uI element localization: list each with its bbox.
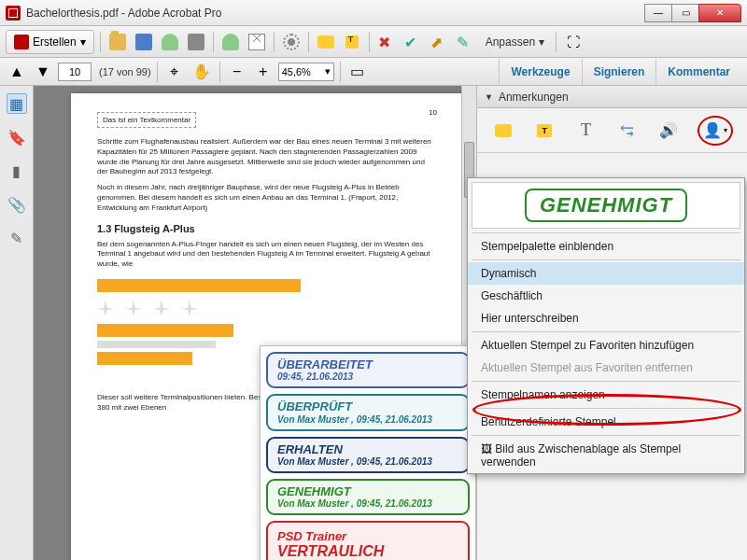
open-button[interactable]	[106, 31, 129, 53]
mail-button[interactable]	[246, 31, 268, 53]
cloud-button[interactable]	[159, 31, 181, 53]
menu-dynamic[interactable]: Dynamisch	[468, 262, 744, 285]
zoom-in-button[interactable]: +	[252, 61, 275, 83]
stamp-sub: Von Max Muster , 09:45, 21.06.2013	[277, 498, 458, 509]
tool-button-1[interactable]: ✖	[375, 31, 398, 53]
stamp-sub: Von Max Muster , 09:45, 21.06.2013	[277, 456, 458, 467]
text-icon: T	[581, 120, 591, 140]
folder-icon	[109, 34, 126, 50]
heading: 1.3 Flugsteig A-Plus	[97, 223, 437, 234]
stamp-vertraulich[interactable]: PSD Trainer VERTRAULICH	[266, 521, 470, 560]
hand-tool-button[interactable]: ✋	[190, 61, 214, 83]
audio-tool[interactable]: 🔊	[656, 119, 681, 143]
app-icon	[6, 6, 21, 21]
stamp-sub: Von Max Muster , 09:45, 21.06.2013	[277, 414, 458, 425]
zoom-select[interactable]: 45,6% ▾	[278, 63, 334, 81]
menu-sign-here[interactable]: Hier unterschreiben	[468, 307, 744, 329]
menu-clipboard-stamp[interactable]: 🖼 Bild aus Zwischenablage als Stempel ve…	[468, 438, 744, 473]
page-fit-icon: ▭	[350, 63, 364, 80]
page-count-label: (17 von 99)	[99, 66, 151, 77]
annotations-header[interactable]: ▼ Anmerkungen	[477, 86, 747, 108]
sign-panel-button[interactable]: Signieren	[582, 59, 656, 85]
comment-panel-button[interactable]: Kommentar	[655, 59, 741, 85]
dropdown-caret-icon: ▾	[80, 35, 86, 49]
menu-custom-stamps[interactable]: Benutzerdefinierte Stempel	[468, 411, 744, 433]
signatures-tab[interactable]: ✎	[7, 228, 27, 248]
save-button[interactable]	[133, 31, 155, 53]
page-number: 10	[429, 108, 437, 117]
dropdown-caret-icon: ▾	[325, 65, 331, 77]
text-comment[interactable]: Das ist ein Textkommentar	[97, 112, 196, 128]
stamp-title: ÜBERARBEITET	[277, 357, 373, 371]
cloud-icon	[162, 34, 178, 50]
maximize-button[interactable]: ▭	[671, 4, 699, 22]
stamp-dropdown-menu: GENEHMIGT Stempelpalette einblenden Dyna…	[467, 177, 745, 474]
document-viewport[interactable]: 10 Das ist ein Textkommentar Schritte zu…	[34, 86, 476, 560]
menu-add-favorite[interactable]: Aktuellen Stempel zu Favoriten hinzufüge…	[468, 334, 744, 357]
stamp-uberarbeitet[interactable]: ÜBERARBEITET 09:45, 21.06.2013	[266, 352, 470, 388]
share-button[interactable]	[219, 31, 242, 53]
text-tool[interactable]: T	[573, 119, 598, 143]
fit-button[interactable]: ▭	[346, 61, 369, 83]
cloud-up-icon	[222, 34, 239, 50]
prev-page-button[interactable]: ▲	[6, 61, 28, 83]
stamp-tool[interactable]: 👤▾	[698, 116, 733, 146]
attachments-tab[interactable]: 📎	[7, 194, 27, 215]
sticky-note-tool[interactable]	[491, 119, 515, 143]
minimize-button[interactable]: —	[644, 4, 672, 22]
fullscreen-button[interactable]: ⛶	[562, 31, 585, 53]
thumbnails-tab[interactable]: ▦	[7, 93, 27, 114]
stamp-sub: 09:45, 21.06.2013	[277, 371, 458, 382]
comment-icon	[317, 35, 334, 49]
paperclip-icon: ⥃	[620, 120, 634, 141]
body-text: Schritte zum Flughafenausbau realisiert.…	[97, 137, 437, 177]
hand-icon: ✋	[192, 63, 211, 80]
menu-show-names[interactable]: Stempelnamen anzeigen	[468, 384, 744, 406]
customize-menu[interactable]: Anpassen ▾	[480, 35, 550, 49]
stamp-line1: PSD Trainer	[277, 529, 346, 543]
zoom-out-button[interactable]: −	[226, 61, 248, 83]
pdf-icon	[14, 35, 29, 49]
highlight-button[interactable]: T	[341, 31, 363, 53]
page-number-input[interactable]	[58, 63, 92, 81]
arrow-down-icon: ▼	[35, 63, 50, 80]
plus-icon: +	[259, 63, 267, 80]
tool-button-4[interactable]: ✎	[454, 31, 476, 53]
ribbon-tab[interactable]: ▮	[7, 161, 27, 181]
menu-business[interactable]: Geschäftlich	[468, 285, 744, 307]
settings-button[interactable]	[280, 31, 303, 53]
stamp-uberpruft[interactable]: ÜBERPRÜFT Von Max Muster , 09:45, 21.06.…	[266, 394, 470, 430]
stamp-line2: VERTRAULICH	[277, 543, 384, 559]
next-page-button[interactable]: ▼	[32, 61, 54, 83]
create-button[interactable]: Erstellen ▾	[6, 30, 94, 54]
dropdown-caret-icon: ▾	[724, 126, 727, 134]
edit-icon: ✎	[457, 34, 473, 50]
tool-button-2[interactable]: ✔	[402, 31, 424, 53]
main-toolbar: Erstellen ▾ T ✖ ✔ ⬈ ✎ Anpassen ▾ ⛶	[0, 26, 747, 58]
print-button[interactable]	[185, 31, 207, 53]
gear-icon	[283, 34, 300, 50]
select-tool-button[interactable]: ⌖	[163, 61, 186, 83]
tools-panel-button[interactable]: Werkzeuge	[499, 59, 581, 85]
stamp-title: GENEHMIGT	[277, 484, 351, 498]
stamp-genehmigt[interactable]: GENEHMIGT Von Max Muster , 09:45, 21.06.…	[266, 479, 470, 515]
annotations-label: Anmerkungen	[499, 91, 569, 104]
highlight-tool[interactable]: T	[532, 119, 557, 143]
menu-show-palette[interactable]: Stempelpalette einblenden	[468, 235, 744, 258]
annotations-toolbar: T T ⥃ 🔊 👤▾	[477, 108, 747, 153]
save-icon	[135, 34, 152, 50]
tool-button-3[interactable]: ⬈	[428, 31, 450, 53]
zoom-value: 45,6%	[282, 66, 311, 77]
bookmarks-tab[interactable]: 🔖	[7, 127, 27, 147]
expand-icon: ⛶	[567, 35, 580, 49]
stamp-preview-label: GENEHMIGT	[525, 189, 687, 222]
create-label: Erstellen	[33, 35, 77, 49]
attach-tool[interactable]: ⥃	[615, 119, 640, 143]
stamp-icon: 👤	[703, 121, 722, 139]
sticky-note-button[interactable]	[315, 31, 337, 53]
close-button[interactable]: ✕	[698, 4, 741, 22]
highlight-icon: T	[345, 35, 359, 49]
left-rail: ▦ 🔖 ▮ 📎 ✎	[0, 86, 34, 560]
stamp-erhalten[interactable]: ERHALTEN Von Max Muster , 09:45, 21.06.2…	[266, 437, 470, 473]
menu-remove-favorite: Aktuellen Stempel aus Favoriten entferne…	[468, 357, 744, 379]
